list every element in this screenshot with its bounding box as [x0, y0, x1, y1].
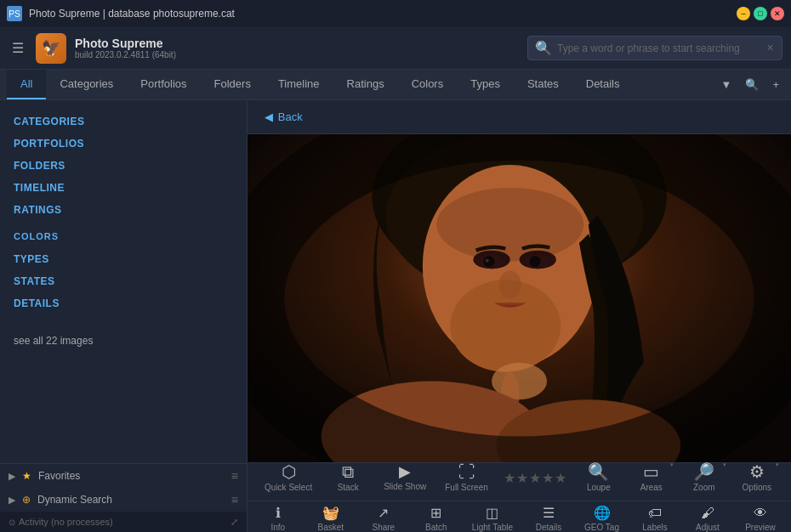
adjust-button[interactable]: 🖌 Adjust — [682, 501, 733, 532]
details-label: Details — [536, 523, 562, 532]
expand-icon: ▶ — [9, 471, 15, 482]
preview-icon: 👁 — [754, 507, 767, 520]
close-button[interactable]: ✕ — [771, 7, 784, 20]
app-icon: PS — [7, 6, 22, 21]
tab-folders[interactable]: Folders — [201, 70, 265, 99]
zoom-button[interactable]: 🔎 Zoom ▾ — [679, 458, 730, 497]
stack-icon: ⧉ — [342, 463, 354, 480]
expand-icon-2: ▶ — [9, 495, 15, 506]
app-logo: 🦅 — [36, 33, 66, 64]
activity-expand-icon[interactable]: ⤢ — [230, 517, 238, 528]
basket-icon: 🧺 — [322, 507, 339, 520]
tab-categories[interactable]: Categories — [46, 70, 127, 99]
preview-label: Preview — [745, 523, 776, 532]
sidebar-item-ratings[interactable]: RATINGS — [14, 199, 233, 221]
areas-button[interactable]: ▭ Areas ▾ — [626, 458, 677, 497]
basket-label: Basket — [318, 523, 344, 532]
search-clear-icon[interactable]: ✕ — [766, 42, 774, 54]
dynamic-search-menu-icon[interactable]: ≡ — [231, 493, 238, 507]
star-rating[interactable]: ★ ★ ★ ★ ★ — [498, 468, 572, 488]
areas-label: Areas — [640, 483, 663, 492]
app-build: build 2023.0.2.4811 (64bit) — [75, 50, 519, 59]
star-1[interactable]: ★ — [504, 470, 515, 486]
search-input[interactable] — [557, 42, 761, 54]
sidebar-item-states[interactable]: STATES — [14, 270, 233, 292]
nav-actions: ▼ 🔍 + — [716, 70, 784, 99]
slideshow-label: Slide Show — [384, 482, 426, 491]
batch-button[interactable]: ⊞ Batch — [411, 501, 462, 532]
slideshow-button[interactable]: ▶ Slide Show — [375, 459, 435, 496]
preview-button[interactable]: 👁 Preview — [735, 501, 786, 532]
window-controls[interactable]: – □ ✕ — [737, 7, 784, 20]
labels-button[interactable]: 🏷 Labels — [629, 501, 680, 532]
titlebar-title: Photo Supreme | database photosupreme.ca… — [29, 8, 730, 20]
star-5[interactable]: ★ — [555, 470, 566, 486]
sidebar-item-portfolios[interactable]: PORTFOLIOS — [14, 133, 233, 155]
loupe-label: Loupe — [587, 483, 611, 492]
labels-icon: 🏷 — [648, 507, 662, 520]
info-button[interactable]: ℹ Info — [253, 501, 304, 532]
info-label: Info — [271, 523, 286, 532]
options-icon: ⚙ — [749, 463, 765, 480]
back-bar: ◀ Back — [248, 100, 791, 134]
geo-tag-icon: 🌐 — [594, 507, 611, 520]
portrait-svg — [248, 134, 791, 462]
details-icon: ☰ — [543, 507, 555, 520]
header: ☰ 🦅 Photo Supreme build 2023.0.2.4811 (6… — [0, 27, 791, 70]
favorites-star-icon: ★ — [22, 470, 31, 482]
star-4[interactable]: ★ — [542, 470, 554, 486]
fullscreen-label: Full Screen — [445, 483, 488, 492]
loupe-icon: 🔍 — [588, 463, 609, 480]
tab-details[interactable]: Details — [572, 70, 634, 99]
tab-all[interactable]: All — [7, 70, 46, 99]
sidebar-item-categories[interactable]: CATEGORIES — [14, 110, 233, 133]
options-label: Options — [743, 483, 771, 492]
details-button[interactable]: ☰ Details — [523, 501, 574, 532]
sidebar-bottom: ▶ ★ Favorites ≡ ▶ ⊕ Dynamic Search ≡ ⊙ A… — [0, 463, 247, 532]
geo-tag-button[interactable]: 🌐 GEO Tag — [576, 501, 628, 532]
maximize-button[interactable]: □ — [754, 7, 767, 20]
add-nav-button[interactable]: + — [767, 75, 784, 94]
see-all-images[interactable]: see all 22 images — [14, 331, 233, 350]
basket-button[interactable]: 🧺 Basket — [305, 501, 356, 532]
tab-types[interactable]: Types — [457, 70, 514, 99]
loupe-button[interactable]: 🔍 Loupe — [573, 458, 624, 497]
sidebar: CATEGORIES PORTFOLIOS FOLDERS TIMELINE R… — [0, 100, 248, 532]
star-2[interactable]: ★ — [516, 470, 528, 486]
toolbar: ⬡ Quick Select ⧉ Stack ▶ Slide Show ⛶ Fu… — [248, 462, 791, 532]
quick-select-button[interactable]: ⬡ Quick Select — [256, 458, 321, 497]
light-table-icon: ◫ — [486, 507, 498, 520]
hamburger-button[interactable]: ☰ — [9, 37, 27, 59]
back-button[interactable]: ◀ Back — [256, 107, 311, 127]
activity-label: Activity (no processes) — [19, 517, 113, 527]
favorites-item[interactable]: ▶ ★ Favorites ≡ — [0, 464, 247, 488]
sidebar-item-folders[interactable]: FOLDERS — [14, 155, 233, 177]
tab-portfolios[interactable]: Portfolios — [127, 70, 200, 99]
light-table-button[interactable]: ◫ Light Table — [464, 501, 521, 532]
tab-states[interactable]: States — [514, 70, 572, 99]
search-nav-button[interactable]: 🔍 — [740, 75, 764, 94]
favorites-menu-icon[interactable]: ≡ — [231, 469, 238, 483]
options-button[interactable]: ⚙ Options ▾ — [731, 458, 782, 497]
filter-icon-button[interactable]: ▼ — [716, 75, 737, 94]
adjust-icon: 🖌 — [701, 507, 714, 520]
dynamic-search-item[interactable]: ▶ ⊕ Dynamic Search ≡ — [0, 488, 247, 512]
activity-bar: ⊙ Activity (no processes) ⤢ — [0, 512, 247, 532]
stack-label: Stack — [338, 483, 359, 492]
tab-ratings[interactable]: Ratings — [333, 70, 398, 99]
search-bar[interactable]: 🔍 ✕ — [527, 36, 782, 60]
svg-point-18 — [248, 134, 791, 462]
star-3[interactable]: ★ — [529, 470, 541, 486]
stack-button[interactable]: ⧉ Stack — [322, 458, 373, 497]
titlebar: PS Photo Supreme | database photosupreme… — [0, 0, 791, 27]
sidebar-item-details[interactable]: DETAILS — [14, 292, 233, 314]
sidebar-item-types[interactable]: TYPES — [14, 248, 233, 270]
app-name: Photo Supreme — [75, 37, 519, 50]
batch-icon: ⊞ — [430, 507, 441, 520]
share-button[interactable]: ↗ Share — [358, 501, 409, 532]
sidebar-item-timeline[interactable]: TIMELINE — [14, 177, 233, 199]
fullscreen-button[interactable]: ⛶ Full Screen — [436, 458, 497, 497]
tab-colors[interactable]: Colors — [398, 70, 458, 99]
minimize-button[interactable]: – — [737, 7, 750, 20]
tab-timeline[interactable]: Timeline — [265, 70, 333, 99]
